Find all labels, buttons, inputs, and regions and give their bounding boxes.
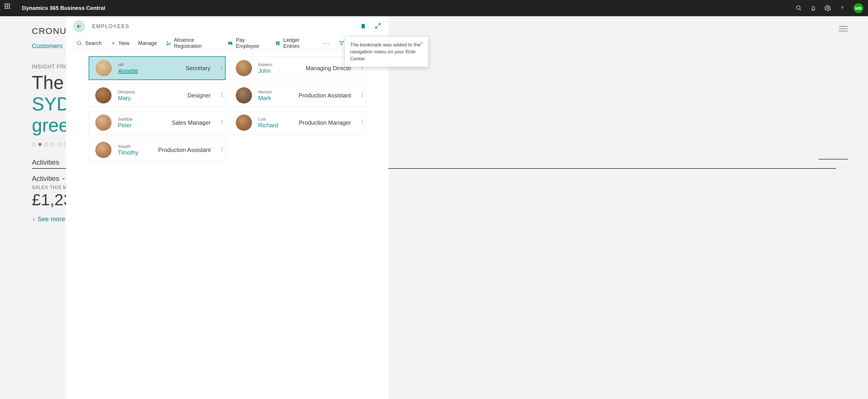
avatar [95, 87, 112, 104]
bookmark-toast: The bookmark was added to the navigation… [345, 36, 428, 67]
avatar [236, 60, 252, 76]
avatar [95, 115, 112, 131]
more-icon[interactable] [222, 92, 222, 97]
notifications-icon[interactable] [810, 5, 816, 11]
employee-grid: Hill Annette Secretary Roberts John Mana… [66, 50, 389, 168]
avatar [96, 60, 112, 76]
employee-firstname[interactable]: Annette [118, 67, 138, 74]
top-bar: Dynamics 365 Business Central MB [0, 0, 868, 16]
bookmark-icon[interactable] [360, 22, 366, 30]
svg-point-15 [230, 42, 231, 44]
help-icon[interactable] [839, 5, 845, 11]
absence-button[interactable]: Absence Registration [166, 37, 219, 49]
absence-label: Absence Registration [174, 37, 219, 49]
manage-label: Manage [138, 40, 157, 47]
employee-card[interactable]: Hill Annette Secretary [89, 56, 226, 80]
employee-firstname[interactable]: Peter [118, 122, 133, 129]
search-label: Search [85, 40, 102, 47]
product-name: Dynamics 365 Business Central [22, 5, 105, 11]
activities-sub-label: Activities [32, 175, 59, 183]
employee-role: Production Assistant [158, 147, 211, 153]
employee-card[interactable]: Saddow Peter Sales Manager [89, 111, 226, 135]
ledger-button[interactable]: Ledger Entries [275, 37, 314, 49]
svg-marker-20 [339, 41, 344, 45]
svg-point-3 [827, 7, 829, 9]
employee-firstname[interactable]: Mark [258, 95, 272, 102]
filter-icon[interactable] [339, 40, 344, 46]
pay-label: Pay Employee [236, 37, 267, 49]
employee-role: Production Manager [299, 119, 351, 126]
more-icon[interactable] [221, 65, 222, 70]
employee-firstname[interactable]: John [258, 67, 273, 74]
new-button[interactable]: New [110, 40, 129, 47]
manage-button[interactable]: Manage [138, 40, 157, 47]
employee-surname: Dempsey [118, 90, 135, 94]
svg-point-4 [842, 9, 842, 10]
settings-icon[interactable] [825, 5, 831, 11]
employee-role: Sales Manager [172, 119, 211, 126]
avatar [95, 142, 112, 158]
svg-line-9 [80, 44, 82, 45]
more-icon[interactable] [362, 92, 363, 97]
app-launcher-icon[interactable] [5, 3, 14, 13]
nav-customers[interactable]: Customers [32, 42, 63, 50]
back-button[interactable] [73, 20, 85, 32]
employee-card[interactable]: Dempsey Mary Designer [89, 84, 226, 107]
avatar [236, 115, 252, 131]
more-icon[interactable] [362, 120, 363, 124]
panel-title: EMPLOYEES [92, 24, 129, 30]
svg-line-1 [800, 9, 801, 10]
svg-line-6 [378, 24, 380, 26]
chevron-down-icon [61, 176, 66, 181]
employee-firstname[interactable]: Mary [118, 95, 135, 102]
toolbar: Search New Manage Absence Registration P… [68, 36, 366, 50]
expand-icon[interactable] [374, 22, 381, 29]
ledger-label: Ledger Entries [283, 37, 314, 49]
search-button[interactable]: Search [76, 40, 102, 47]
employee-surname: Sneath [118, 144, 138, 149]
svg-point-12 [167, 41, 168, 43]
more-actions-icon[interactable]: ··· [323, 39, 330, 47]
user-avatar[interactable]: MB [854, 3, 863, 13]
svg-point-8 [77, 41, 81, 45]
employee-card[interactable]: Sneath Timothy Production Assistant [89, 138, 226, 162]
pay-button[interactable]: Pay Employee [228, 37, 267, 49]
employee-firstname[interactable]: Timothy [118, 149, 138, 156]
employee-surname: Roberts [258, 62, 273, 67]
employee-role: Managing Directo [306, 65, 351, 72]
svg-point-0 [797, 6, 800, 9]
svg-line-7 [376, 26, 378, 28]
employees-panel: EMPLOYEES Search New Manage Absence Regi… [66, 16, 389, 399]
employee-card[interactable]: Hanson Mark Production Assistant [229, 84, 366, 107]
employee-surname: Hanson [258, 90, 272, 94]
employee-firstname[interactable]: Richard [258, 122, 278, 129]
employee-surname: Saddow [118, 117, 133, 121]
search-icon[interactable] [796, 5, 802, 11]
more-icon[interactable] [222, 120, 222, 124]
svg-point-13 [169, 43, 170, 45]
divider [819, 159, 848, 160]
menu-icon[interactable] [839, 26, 848, 31]
employee-role: Production Assistant [299, 92, 351, 99]
employee-card[interactable]: Lum Richard Production Manager [229, 111, 366, 135]
employee-role: Secretary [186, 65, 211, 72]
employee-surname: Lum [258, 117, 278, 121]
more-icon[interactable] [222, 147, 222, 151]
close-icon[interactable] [420, 40, 424, 47]
employee-surname: Hill [118, 62, 138, 67]
avatar [236, 87, 252, 104]
employee-role: Designer [187, 92, 211, 99]
see-more-label: See more [37, 216, 65, 223]
toast-text: The bookmark was added to the navigation… [350, 42, 421, 61]
new-label: New [119, 40, 129, 47]
